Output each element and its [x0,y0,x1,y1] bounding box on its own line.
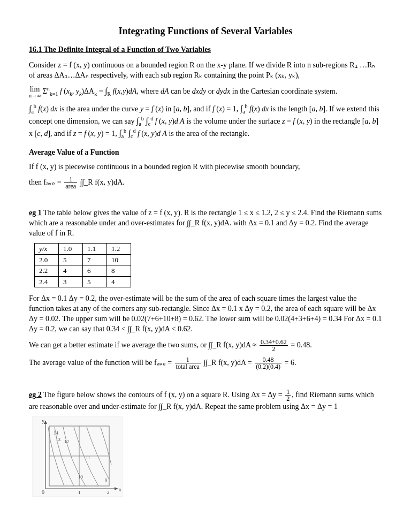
avg-pre: then fₐᵥₑ = [29,178,63,186]
table-cell: 6 [83,265,107,277]
section-heading: 16.1 The Definite Integral of a Function… [29,45,382,55]
intro-paragraph-3: ∫ab f(x) dx is the area under the curve … [29,103,382,140]
table-cell: 2.0 [35,254,59,265]
after-table-p1: For Δx = 0.1 Δy = 0.2, the over-estimate… [29,294,382,335]
data-table: y/x 1.0 1.1 1.2 2.0 5 7 10 2.2 4 6 8 2.4… [34,243,131,287]
tick-label: 2 [107,490,110,495]
table-header-cell: 1.2 [107,243,131,254]
p2-part-b: = 0.48. [291,340,311,348]
frac-num: 1 [285,389,291,396]
half-fraction: 12 [284,389,292,402]
table-row: y/x 1.0 1.1 1.2 [35,243,131,254]
table-cell: 2.2 [35,265,59,277]
after-table-p2: We can get a better estimate if we avera… [29,339,382,352]
table-cell: 2.4 [35,276,59,287]
avg-sum-fraction: 0.34+0.62 2 [258,339,289,352]
table-cell: 3 [59,276,83,287]
table-cell: 8 [107,265,131,277]
table-row: 2.4 3 5 4 [35,276,131,287]
limit-notation: limn→∞ [29,86,41,98]
contour-label: 10 [78,474,83,480]
table-cell: 10 [107,254,131,265]
avg-post: ∫∫_R f(x, y)dA. [80,178,125,186]
table-row: 2.0 5 7 10 [35,254,131,265]
avg-paragraph-2: then fₐᵥₑ = 1 area ∫∫_R f(x, y)dA. [29,176,382,189]
p2-part-a: We can get a better estimate if we avera… [29,340,258,348]
frac-num: 0.34+0.62 [260,339,288,346]
origin-label: 0 [42,489,44,495]
table-header-cell: y/x [35,243,59,254]
tick-label: 1 [78,490,81,495]
frac-den: (0.2)(0.4) [255,363,281,370]
contour-label: 11 [86,455,90,460]
table-cell: 5 [83,276,107,287]
avg-paragraph-1: If f (x, y) is piecewise continuous in a… [29,162,382,172]
eg2-paragraph: eg 2 The figure below shows the contours… [29,389,382,412]
p3-part-c: = 6. [285,358,296,366]
avg-fraction: 1 area [63,176,78,189]
frac-num: 0.48 [255,356,281,363]
contour-svg: 14 13 12 11 10 9 y x 0 1 2 [32,416,123,497]
avg-frac-den: area [64,183,77,189]
contour-label: 12 [64,439,69,444]
table-cell: 4 [107,276,131,287]
eg2-label: eg 2 [29,390,42,398]
frac-num: 1 [175,356,201,363]
table-row: 2.2 4 6 8 [35,265,131,277]
intro-paragraph-2: limn→∞ Σnk=1 f (xk, yk)ΔAk = ∫R f(x,y)dA… [29,85,382,98]
after-table-p3: The average value of the function will b… [29,356,382,370]
frac-den: 2 [285,396,291,402]
intro-paragraph-1: Consider z = f (x, y) continuous on a bo… [29,60,382,81]
p3-part-a: The average value of the function will b… [29,358,174,366]
table-header-cell: 1.1 [83,243,107,254]
contour-label: 9 [105,477,108,483]
contour-figure: 14 13 12 11 10 9 y x 0 1 2 [32,416,123,497]
area-fraction: 1 total area [174,356,202,370]
frac-den: 2 [260,346,288,352]
p3-part-b: ∫∫_R f(x, y)dA = [203,358,254,366]
average-value-heading: Average Value of a Function [29,148,382,158]
contour-label: 13 [56,437,61,442]
frac-den: total area [175,363,201,370]
eg1-label: eg 1 [29,209,42,217]
eg1-paragraph: eg 1 The table below gives the value of … [29,208,382,239]
eg2-text-a: The figure below shows the contours of f… [42,390,284,398]
y-axis-label: y [42,418,44,424]
table-cell: 4 [59,265,83,277]
eg1-text: The table below gives the value of z = f… [29,209,382,237]
contour-label: 14 [54,430,59,436]
table-cell: 5 [59,254,83,265]
result-fraction: 0.48 (0.2)(0.4) [254,356,283,370]
table-header-cell: 1.0 [59,243,83,254]
table-cell: 7 [83,254,107,265]
page-title: Integrating Functions of Several Variabl… [29,25,382,37]
x-axis-label: x [119,487,121,492]
